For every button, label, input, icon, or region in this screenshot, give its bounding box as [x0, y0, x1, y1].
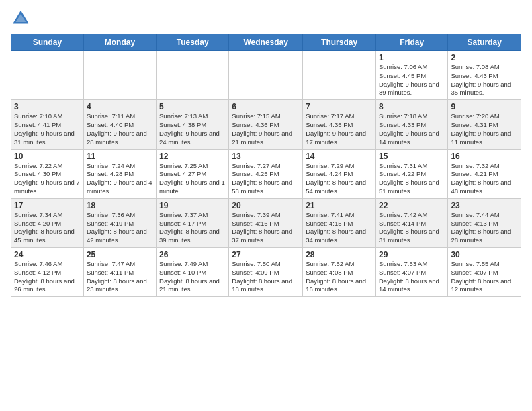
- day-info: Sunrise: 7:39 AM Sunset: 4:16 PM Dayligh…: [232, 211, 300, 245]
- calendar-header-row: SundayMondayTuesdayWednesdayThursdayFrid…: [11, 34, 521, 51]
- calendar-cell: 12Sunrise: 7:25 AM Sunset: 4:27 PM Dayli…: [157, 149, 229, 198]
- calendar-cell: 25Sunrise: 7:47 AM Sunset: 4:11 PM Dayli…: [83, 248, 156, 297]
- calendar-cell: 7Sunrise: 7:17 AM Sunset: 4:35 PM Daylig…: [303, 100, 376, 149]
- day-info: Sunrise: 7:18 AM Sunset: 4:33 PM Dayligh…: [379, 112, 445, 146]
- calendar-cell: 10Sunrise: 7:22 AM Sunset: 4:30 PM Dayli…: [11, 149, 84, 198]
- calendar-header-saturday: Saturday: [448, 34, 521, 51]
- day-number: 22: [379, 201, 445, 210]
- day-info: Sunrise: 7:42 AM Sunset: 4:14 PM Dayligh…: [379, 211, 445, 245]
- day-number: 17: [14, 201, 81, 210]
- day-info: Sunrise: 7:20 AM Sunset: 4:31 PM Dayligh…: [451, 112, 518, 146]
- day-info: Sunrise: 7:24 AM Sunset: 4:28 PM Dayligh…: [87, 162, 153, 196]
- calendar-header-monday: Monday: [83, 34, 156, 51]
- day-info: Sunrise: 7:29 AM Sunset: 4:24 PM Dayligh…: [306, 162, 373, 196]
- page: SundayMondayTuesdayWednesdayThursdayFrid…: [0, 0, 532, 411]
- calendar-cell: 5Sunrise: 7:13 AM Sunset: 4:38 PM Daylig…: [157, 100, 229, 149]
- calendar-cell: 2Sunrise: 7:08 AM Sunset: 4:43 PM Daylig…: [448, 51, 521, 100]
- day-number: 2: [451, 53, 518, 62]
- calendar-week-4: 17Sunrise: 7:34 AM Sunset: 4:20 PM Dayli…: [11, 198, 521, 247]
- day-info: Sunrise: 7:32 AM Sunset: 4:21 PM Dayligh…: [451, 162, 518, 196]
- calendar-cell: 4Sunrise: 7:11 AM Sunset: 4:40 PM Daylig…: [83, 100, 156, 149]
- day-info: Sunrise: 7:41 AM Sunset: 4:15 PM Dayligh…: [306, 211, 373, 245]
- day-info: Sunrise: 7:44 AM Sunset: 4:13 PM Dayligh…: [451, 211, 518, 245]
- day-info: Sunrise: 7:15 AM Sunset: 4:36 PM Dayligh…: [232, 112, 300, 146]
- calendar-cell: 8Sunrise: 7:18 AM Sunset: 4:33 PM Daylig…: [375, 100, 447, 149]
- day-info: Sunrise: 7:53 AM Sunset: 4:07 PM Dayligh…: [379, 260, 445, 294]
- calendar-cell: 29Sunrise: 7:53 AM Sunset: 4:07 PM Dayli…: [375, 248, 447, 297]
- day-number: 7: [306, 102, 373, 111]
- day-info: Sunrise: 7:25 AM Sunset: 4:27 PM Dayligh…: [159, 162, 226, 196]
- day-info: Sunrise: 7:17 AM Sunset: 4:35 PM Dayligh…: [306, 112, 373, 146]
- day-info: Sunrise: 7:08 AM Sunset: 4:43 PM Dayligh…: [451, 63, 518, 97]
- day-number: 3: [14, 102, 81, 111]
- calendar-header-wednesday: Wednesday: [229, 34, 303, 51]
- calendar-week-5: 24Sunrise: 7:46 AM Sunset: 4:12 PM Dayli…: [11, 248, 521, 297]
- day-number: 12: [159, 152, 226, 161]
- day-number: 14: [306, 152, 373, 161]
- calendar-cell: 28Sunrise: 7:52 AM Sunset: 4:08 PM Dayli…: [303, 248, 376, 297]
- calendar-cell: [83, 51, 156, 100]
- day-number: 11: [87, 152, 153, 161]
- day-info: Sunrise: 7:46 AM Sunset: 4:12 PM Dayligh…: [14, 260, 81, 294]
- calendar-cell: 27Sunrise: 7:50 AM Sunset: 4:09 PM Dayli…: [229, 248, 303, 297]
- calendar: SundayMondayTuesdayWednesdayThursdayFrid…: [11, 34, 521, 297]
- calendar-cell: 30Sunrise: 7:55 AM Sunset: 4:07 PM Dayli…: [448, 248, 521, 297]
- calendar-cell: 23Sunrise: 7:44 AM Sunset: 4:13 PM Dayli…: [448, 198, 521, 247]
- day-number: 10: [14, 152, 81, 161]
- day-info: Sunrise: 7:34 AM Sunset: 4:20 PM Dayligh…: [14, 211, 81, 245]
- calendar-cell: 21Sunrise: 7:41 AM Sunset: 4:15 PM Dayli…: [303, 198, 376, 247]
- day-info: Sunrise: 7:50 AM Sunset: 4:09 PM Dayligh…: [232, 260, 300, 294]
- calendar-week-1: 1Sunrise: 7:06 AM Sunset: 4:45 PM Daylig…: [11, 51, 521, 100]
- calendar-cell: 11Sunrise: 7:24 AM Sunset: 4:28 PM Dayli…: [83, 149, 156, 198]
- day-info: Sunrise: 7:52 AM Sunset: 4:08 PM Dayligh…: [306, 260, 373, 294]
- calendar-cell: 6Sunrise: 7:15 AM Sunset: 4:36 PM Daylig…: [229, 100, 303, 149]
- calendar-week-3: 10Sunrise: 7:22 AM Sunset: 4:30 PM Dayli…: [11, 149, 521, 198]
- day-number: 27: [232, 250, 300, 259]
- day-info: Sunrise: 7:47 AM Sunset: 4:11 PM Dayligh…: [87, 260, 153, 294]
- day-number: 24: [14, 250, 81, 259]
- day-info: Sunrise: 7:27 AM Sunset: 4:25 PM Dayligh…: [232, 162, 300, 196]
- calendar-cell: 14Sunrise: 7:29 AM Sunset: 4:24 PM Dayli…: [303, 149, 376, 198]
- day-number: 1: [379, 53, 445, 62]
- day-info: Sunrise: 7:11 AM Sunset: 4:40 PM Dayligh…: [87, 112, 153, 146]
- day-info: Sunrise: 7:22 AM Sunset: 4:30 PM Dayligh…: [14, 162, 81, 196]
- day-info: Sunrise: 7:31 AM Sunset: 4:22 PM Dayligh…: [379, 162, 445, 196]
- day-number: 19: [159, 201, 226, 210]
- day-number: 9: [451, 102, 518, 111]
- day-info: Sunrise: 7:06 AM Sunset: 4:45 PM Dayligh…: [379, 63, 445, 97]
- calendar-cell: [303, 51, 376, 100]
- calendar-cell: 15Sunrise: 7:31 AM Sunset: 4:22 PM Dayli…: [375, 149, 447, 198]
- day-info: Sunrise: 7:55 AM Sunset: 4:07 PM Dayligh…: [451, 260, 518, 294]
- day-info: Sunrise: 7:49 AM Sunset: 4:10 PM Dayligh…: [159, 260, 226, 294]
- calendar-cell: 26Sunrise: 7:49 AM Sunset: 4:10 PM Dayli…: [157, 248, 229, 297]
- day-info: Sunrise: 7:13 AM Sunset: 4:38 PM Dayligh…: [159, 112, 226, 146]
- day-info: Sunrise: 7:10 AM Sunset: 4:41 PM Dayligh…: [14, 112, 81, 146]
- day-number: 4: [87, 102, 153, 111]
- calendar-cell: 1Sunrise: 7:06 AM Sunset: 4:45 PM Daylig…: [375, 51, 447, 100]
- day-number: 15: [379, 152, 445, 161]
- calendar-cell: 24Sunrise: 7:46 AM Sunset: 4:12 PM Dayli…: [11, 248, 84, 297]
- day-number: 30: [451, 250, 518, 259]
- day-number: 20: [232, 201, 300, 210]
- day-number: 5: [159, 102, 226, 111]
- day-number: 25: [87, 250, 153, 259]
- header: [11, 8, 521, 28]
- day-info: Sunrise: 7:37 AM Sunset: 4:17 PM Dayligh…: [159, 211, 226, 245]
- calendar-cell: [11, 51, 84, 100]
- day-number: 13: [232, 152, 300, 161]
- calendar-header-tuesday: Tuesday: [157, 34, 229, 51]
- day-number: 21: [306, 201, 373, 210]
- logo: [11, 8, 34, 28]
- day-info: Sunrise: 7:36 AM Sunset: 4:19 PM Dayligh…: [87, 211, 153, 245]
- calendar-cell: 18Sunrise: 7:36 AM Sunset: 4:19 PM Dayli…: [83, 198, 156, 247]
- calendar-cell: 16Sunrise: 7:32 AM Sunset: 4:21 PM Dayli…: [448, 149, 521, 198]
- calendar-week-2: 3Sunrise: 7:10 AM Sunset: 4:41 PM Daylig…: [11, 100, 521, 149]
- calendar-cell: 9Sunrise: 7:20 AM Sunset: 4:31 PM Daylig…: [448, 100, 521, 149]
- day-number: 8: [379, 102, 445, 111]
- logo-icon: [11, 8, 31, 28]
- calendar-header-sunday: Sunday: [11, 34, 84, 51]
- calendar-cell: [229, 51, 303, 100]
- calendar-header-friday: Friday: [375, 34, 447, 51]
- day-number: 29: [379, 250, 445, 259]
- calendar-cell: 17Sunrise: 7:34 AM Sunset: 4:20 PM Dayli…: [11, 198, 84, 247]
